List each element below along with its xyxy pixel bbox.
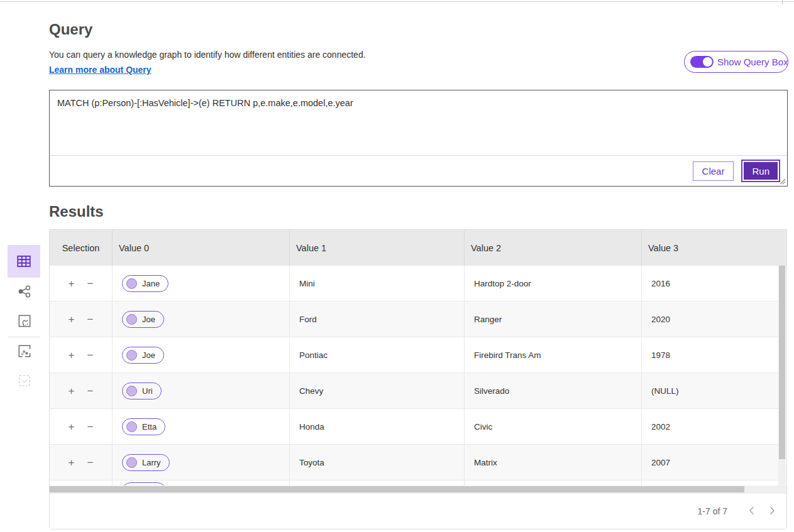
cell-value2: Matrix — [465, 445, 642, 480]
previous-page-button[interactable] — [746, 504, 758, 519]
page-range-label: 1-7 of 7 — [698, 506, 727, 516]
cell-value2: Hardtop 2-door — [465, 266, 642, 301]
cell-value1: Ford — [290, 301, 465, 337]
top-divider — [0, 1, 794, 2]
column-header-value3[interactable]: Value 3 — [642, 230, 786, 266]
add-to-selection-button[interactable]: + — [67, 349, 76, 362]
remove-from-selection-button[interactable]: − — [86, 349, 95, 362]
show-query-box-toggle[interactable]: Show Query Box — [684, 51, 788, 73]
results-title: Results — [49, 203, 104, 220]
page-title: Query — [49, 21, 92, 38]
table-row: + − Etta Honda Civic 2002 — [50, 409, 779, 445]
add-to-selection-button[interactable]: + — [67, 456, 76, 469]
pagination-bar: 1-7 of 7 — [50, 493, 786, 529]
table-row: + − Larry Toyota Matrix 2007 — [50, 445, 779, 480]
table-row: + − Joe Pontiac Firebird Trans Am 1978 — [50, 337, 779, 373]
cell-value1: Toyota — [290, 445, 465, 480]
remove-from-selection-button[interactable]: − — [86, 384, 95, 398]
entity-pill[interactable]: Joe — [122, 311, 164, 328]
cell-value1: Chevy — [290, 373, 465, 408]
page-description: You can query a knowledge graph to ident… — [49, 50, 366, 60]
table-body: + − Jane Mini Hardtop 2-door 2016 + − Jo… — [50, 266, 779, 486]
entity-label: Joe — [142, 315, 155, 324]
next-page-button[interactable] — [766, 504, 778, 519]
query-page: Query You can query a knowledge graph to… — [0, 0, 794, 532]
entity-dot-icon — [126, 386, 137, 396]
cell-value3: 2020 — [642, 301, 779, 337]
run-button-focus-ring[interactable]: Run — [741, 160, 780, 182]
entity-pill[interactable]: Etta — [122, 418, 165, 435]
table-row-partial — [50, 480, 779, 486]
cell-value3: 2016 — [642, 266, 779, 301]
cell-value2: Silverado — [465, 373, 642, 408]
table-row: + − Uri Chevy Silverado (NULL) — [50, 373, 779, 409]
column-header-value1[interactable]: Value 1 — [290, 230, 465, 266]
table-row: + − Jane Mini Hardtop 2-door 2016 — [50, 266, 779, 301]
column-header-value2[interactable]: Value 2 — [465, 230, 642, 266]
horizontal-scrollbar[interactable] — [50, 486, 786, 493]
cell-value2: Firebird Trans Am — [465, 337, 642, 372]
link-chart-view-icon[interactable] — [16, 283, 33, 300]
entity-label: Uri — [142, 386, 153, 396]
entity-dot-icon — [126, 421, 137, 432]
entity-label: Joe — [142, 350, 155, 360]
vertical-scrollbar-thumb[interactable] — [779, 266, 785, 459]
remove-from-selection-button[interactable]: − — [86, 313, 95, 326]
toggle-switch-icon[interactable] — [690, 56, 714, 68]
learn-more-link[interactable]: Learn more about Query — [49, 65, 152, 75]
remove-from-selection-button[interactable]: − — [86, 420, 95, 433]
clear-button[interactable]: Clear — [693, 161, 734, 181]
sidebar-divider — [8, 337, 40, 337]
entity-dot-icon — [126, 314, 137, 325]
cell-value3: 2002 — [642, 409, 779, 444]
toggle-label: Show Query Box — [717, 57, 788, 67]
selection-view-icon[interactable] — [16, 372, 33, 389]
add-to-selection-button[interactable]: + — [67, 384, 76, 398]
map-view-icon[interactable] — [16, 312, 33, 330]
cell-value3: 1978 — [642, 337, 779, 372]
entity-label: Larry — [142, 458, 161, 467]
query-input[interactable]: MATCH (p:Person)-[:HasVehicle]->(e) RETU… — [50, 90, 787, 155]
cell-value2: Civic — [465, 409, 642, 444]
add-to-selection-button[interactable]: + — [67, 313, 76, 326]
cell-value3: (NULL) — [642, 373, 779, 408]
entity-dot-icon — [126, 350, 137, 361]
remove-from-selection-button[interactable]: − — [86, 277, 95, 290]
column-header-selection[interactable]: Selection — [50, 230, 113, 266]
column-header-value0[interactable]: Value 0 — [113, 230, 290, 266]
top-edge-tick — [782, 0, 783, 4]
table-header-row: Selection Value 0 Value 1 Value 2 Value … — [50, 230, 786, 266]
horizontal-scrollbar-thumb[interactable] — [50, 486, 744, 492]
query-toolbar: Clear Run — [50, 155, 787, 186]
add-to-map-icon[interactable] — [16, 342, 33, 360]
results-table: Selection Value 0 Value 1 Value 2 Value … — [49, 229, 787, 529]
entity-pill[interactable]: Joe — [122, 347, 164, 364]
cell-value2: Ranger — [465, 301, 642, 337]
entity-pill[interactable]: Jane — [122, 275, 168, 292]
remove-from-selection-button[interactable]: − — [86, 456, 95, 469]
vertical-scrollbar[interactable] — [778, 266, 786, 486]
add-to-selection-button[interactable]: + — [67, 420, 76, 433]
entity-pill[interactable]: Larry — [122, 454, 170, 471]
table-view-icon[interactable] — [8, 245, 40, 278]
entity-dot-icon — [126, 278, 137, 289]
cell-value3: 2007 — [642, 445, 779, 480]
resize-handle-icon[interactable] — [778, 177, 786, 185]
cell-value1: Honda — [290, 409, 465, 444]
run-button[interactable]: Run — [744, 162, 778, 180]
entity-label: Jane — [142, 279, 160, 288]
add-to-selection-button[interactable]: + — [67, 277, 76, 290]
cell-value1: Pontiac — [290, 337, 465, 372]
query-box: MATCH (p:Person)-[:HasVehicle]->(e) RETU… — [49, 90, 788, 187]
entity-pill[interactable]: Uri — [122, 383, 162, 399]
entity-label: Etta — [142, 422, 157, 432]
cell-value1: Mini — [290, 266, 465, 301]
table-row: + − Joe Ford Ranger 2020 — [50, 301, 779, 337]
entity-dot-icon — [126, 457, 137, 468]
